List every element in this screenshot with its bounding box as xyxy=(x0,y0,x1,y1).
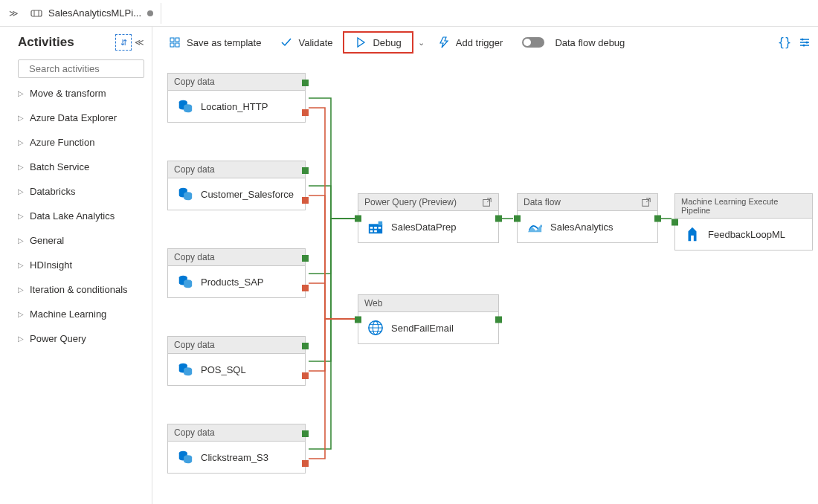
check-icon xyxy=(280,36,292,48)
svg-rect-34 xyxy=(374,230,377,233)
code-view-icon[interactable]: {} xyxy=(778,36,791,49)
add-trigger-button[interactable]: Add trigger xyxy=(429,32,512,53)
svg-rect-35 xyxy=(379,222,383,226)
sidebar-item-power-query[interactable]: ▷Power Query xyxy=(18,329,144,348)
search-activities[interactable] xyxy=(18,59,144,78)
chevron-right-icon: ▷ xyxy=(18,285,24,294)
svg-rect-7 xyxy=(170,43,174,47)
pipeline-canvas[interactable]: Save as template Validate Debug ⌄ Add tr… xyxy=(152,27,818,504)
svg-rect-6 xyxy=(175,38,179,42)
sidebar-item-batch-service[interactable]: ▷Batch Service xyxy=(18,158,144,176)
chevron-right-icon: ▷ xyxy=(18,89,24,97)
sidebar-item-azure-data-explorer[interactable]: ▷Azure Data Explorer xyxy=(18,109,144,127)
svg-rect-8 xyxy=(175,43,179,47)
pipeline-tab[interactable]: SalesAnalyticsMLPi... xyxy=(23,3,161,24)
svg-point-16 xyxy=(803,45,805,47)
svg-rect-0 xyxy=(31,10,42,16)
sidebar-item-azure-function[interactable]: ▷Azure Function xyxy=(18,133,144,152)
validate-button[interactable]: Validate xyxy=(271,32,341,53)
chevron-right-icon: ▷ xyxy=(18,138,24,146)
chevron-right-icon: ▷ xyxy=(18,114,24,122)
powerquery-icon xyxy=(367,219,384,235)
ml-icon xyxy=(684,226,701,242)
expand-panel-icon[interactable]: ≫ xyxy=(4,5,23,22)
node-location-http[interactable]: Copy data Location_HTTP xyxy=(167,73,306,123)
sidebar-item-move-transform[interactable]: ▷Move & transform xyxy=(18,84,144,103)
node-salesdataprep[interactable]: Power Query (Preview) SalesDataPrep xyxy=(358,193,499,243)
chevron-right-icon: ▷ xyxy=(18,163,24,171)
dataflow-icon xyxy=(526,219,543,235)
template-icon xyxy=(169,36,181,48)
svg-rect-5 xyxy=(170,38,174,42)
svg-line-37 xyxy=(646,198,650,202)
sidebar-item-iteration-conditionals[interactable]: ▷Iteration & conditionals xyxy=(18,280,144,299)
dataflow-debug-toggle[interactable]: Data flow debug xyxy=(513,33,634,53)
toggle-switch[interactable] xyxy=(522,37,544,48)
sidebar-item-databricks[interactable]: ▷Databricks xyxy=(18,182,144,201)
database-icon xyxy=(177,361,193,378)
collapse-panel-icon[interactable]: ≪ xyxy=(135,37,144,48)
chevron-right-icon: ▷ xyxy=(18,261,24,269)
chevron-right-icon: ▷ xyxy=(18,212,24,220)
svg-point-14 xyxy=(802,39,804,41)
node-clickstream-s3[interactable]: Copy data Clickstream_S3 xyxy=(167,424,306,474)
node-customer-salesforce[interactable]: Copy data Customer_Salesforce xyxy=(167,161,306,210)
node-salesanalytics[interactable]: Data flow SalesAnalytics xyxy=(517,193,658,243)
sidebar-item-data-lake-analytics[interactable]: ▷Data Lake Analytics xyxy=(18,207,144,225)
tab-title: SalesAnalyticsMLPi... xyxy=(48,7,141,19)
settings-icon[interactable] xyxy=(799,36,811,48)
trigger-icon xyxy=(438,36,450,48)
open-icon[interactable] xyxy=(482,197,492,207)
pipeline-icon xyxy=(30,7,42,19)
chevron-right-icon: ▷ xyxy=(18,335,24,343)
svg-rect-30 xyxy=(370,227,373,229)
svg-line-28 xyxy=(487,198,491,202)
activities-title: Activities xyxy=(18,35,74,50)
chevron-right-icon: ▷ xyxy=(18,187,24,196)
node-sendfailemail[interactable]: Web SendFailEmail xyxy=(358,294,499,344)
search-input[interactable] xyxy=(29,63,154,74)
svg-marker-9 xyxy=(358,38,364,47)
canvas-toolbar: Save as template Validate Debug ⌄ Add tr… xyxy=(152,27,818,58)
svg-point-15 xyxy=(806,42,808,44)
svg-rect-31 xyxy=(374,227,377,229)
node-pos-sql[interactable]: Copy data POS_SQL xyxy=(167,336,306,386)
open-icon[interactable] xyxy=(641,197,651,207)
expand-all-icon[interactable]: ⇵ xyxy=(115,34,132,51)
save-as-template-button[interactable]: Save as template xyxy=(160,32,270,53)
sidebar-item-general[interactable]: ▷General xyxy=(18,231,144,250)
debug-button[interactable]: Debug xyxy=(343,31,413,54)
chevron-right-icon: ▷ xyxy=(18,310,24,318)
chevron-right-icon: ▷ xyxy=(18,236,24,245)
sidebar-item-hdinsight[interactable]: ▷HDInsight xyxy=(18,256,144,274)
database-icon xyxy=(177,98,193,114)
play-icon xyxy=(355,36,367,48)
svg-rect-32 xyxy=(379,227,381,229)
svg-rect-33 xyxy=(370,230,373,233)
database-icon xyxy=(177,274,193,290)
sidebar-item-machine-learning[interactable]: ▷Machine Learning xyxy=(18,305,144,323)
globe-icon xyxy=(367,320,384,336)
debug-dropdown[interactable]: ⌄ xyxy=(415,33,428,52)
database-icon xyxy=(177,186,193,202)
unsaved-indicator-icon xyxy=(147,10,153,16)
database-icon xyxy=(177,449,193,465)
node-products-sap[interactable]: Copy data Products_SAP xyxy=(167,248,306,298)
svg-marker-10 xyxy=(440,37,448,48)
node-feedbackloopml[interactable]: Machine Learning Execute Pipeline Feedba… xyxy=(674,193,813,251)
activities-panel: Activities ⇵ ≪ ▷Move & transform ▷Azure … xyxy=(0,27,152,504)
